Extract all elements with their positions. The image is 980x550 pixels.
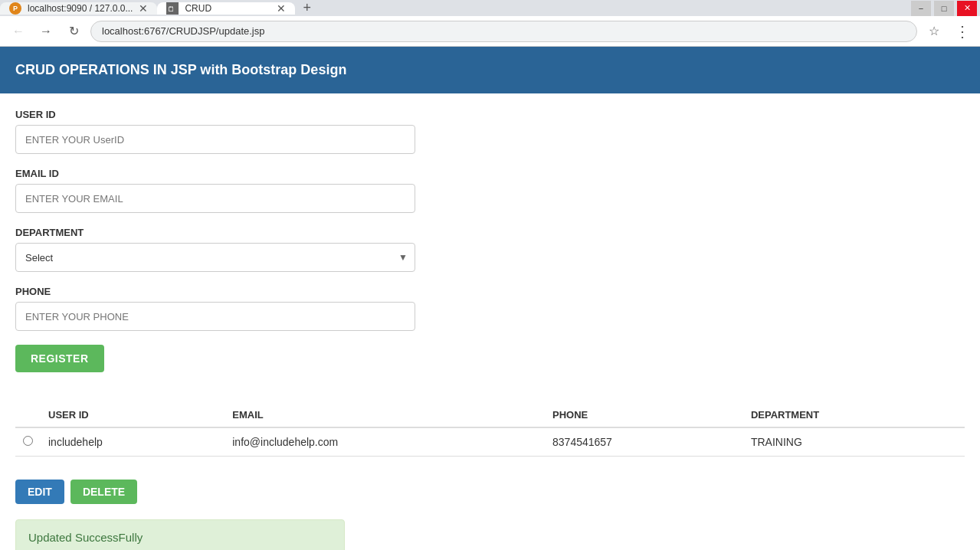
edit-button[interactable]: EDIT: [15, 480, 64, 504]
department-label: DEPARTMENT: [15, 227, 965, 238]
data-table: USER ID EMAIL PHONE DEPARTMENT includehe…: [15, 403, 965, 457]
address-bar: ← → ↻ ☆ ⋮: [0, 16, 980, 47]
page-header: CRUD OPERATIONS IN JSP with Bootstrap De…: [0, 47, 980, 93]
window-controls: − □ ✕: [911, 1, 980, 16]
header-title: CRUD OPERATIONS IN JSP with Bootstrap De…: [15, 62, 346, 77]
tab-pma-label: localhost:9090 / 127.0.0...: [28, 3, 133, 14]
action-buttons: EDIT DELETE: [0, 472, 980, 512]
email-group: EMAIL ID: [15, 168, 965, 213]
phone-input[interactable]: [15, 302, 415, 331]
success-message: Updated SuccessFully: [15, 519, 345, 550]
userid-group: USER ID: [15, 109, 965, 154]
svg-text:🗒: 🗒: [168, 5, 175, 13]
tab-crud-close[interactable]: ✕: [277, 3, 286, 14]
phone-col-header: PHONE: [545, 403, 743, 427]
department-group: DEPARTMENT Select TRAINING HR FINANCE IT…: [15, 227, 965, 272]
forward-button[interactable]: →: [35, 21, 57, 42]
close-button[interactable]: ✕: [957, 1, 977, 16]
tab-crud-label: CRUD: [185, 3, 270, 14]
row-phone: 8374541657: [545, 427, 743, 457]
phone-group: PHONE: [15, 286, 965, 331]
bookmark-icon[interactable]: ☆: [923, 21, 945, 42]
maximize-button[interactable]: □: [934, 1, 954, 16]
form-area: USER ID EMAIL ID DEPARTMENT Select TRAIN…: [0, 93, 980, 388]
new-tab-button[interactable]: +: [295, 0, 319, 16]
phone-label: PHONE: [15, 286, 965, 297]
table-row: includehelp info@includehelp.com 8374541…: [15, 427, 965, 457]
menu-icon[interactable]: ⋮: [951, 21, 972, 42]
row-department: TRAINING: [743, 427, 965, 457]
tab-pma-icon: P: [9, 2, 21, 15]
row-radio-cell: [15, 427, 41, 457]
email-input[interactable]: [15, 184, 415, 213]
email-col-header: EMAIL: [225, 403, 545, 427]
row-userid: includehelp: [41, 427, 225, 457]
success-text: Updated SuccessFully: [28, 531, 143, 544]
dept-col-header: DEPARTMENT: [743, 403, 965, 427]
department-select[interactable]: Select TRAINING HR FINANCE IT: [15, 243, 415, 272]
tab-bar: P localhost:9090 / 127.0.0... ✕ 🗒 CRUD ✕…: [0, 0, 980, 16]
userid-input[interactable]: [15, 125, 415, 154]
back-button[interactable]: ←: [8, 21, 29, 42]
minimize-button[interactable]: −: [911, 1, 931, 16]
row-email: info@includehelp.com: [225, 427, 545, 457]
reload-button[interactable]: ↻: [63, 21, 84, 42]
browser-window: P localhost:9090 / 127.0.0... ✕ 🗒 CRUD ✕…: [0, 0, 980, 550]
email-label: EMAIL ID: [15, 168, 965, 179]
table-area: USER ID EMAIL PHONE DEPARTMENT includehe…: [0, 388, 980, 472]
radio-col-header: [15, 403, 41, 427]
table-header-row: USER ID EMAIL PHONE DEPARTMENT: [15, 403, 965, 427]
userid-label: USER ID: [15, 109, 965, 120]
delete-button[interactable]: DELETE: [70, 480, 137, 504]
userid-col-header: USER ID: [41, 403, 225, 427]
tab-crud[interactable]: 🗒 CRUD ✕: [157, 2, 295, 15]
address-input[interactable]: [90, 21, 917, 42]
row-radio[interactable]: [23, 436, 33, 446]
tab-crud-icon: 🗒: [166, 2, 179, 15]
page-content: CRUD OPERATIONS IN JSP with Bootstrap De…: [0, 47, 980, 550]
register-button[interactable]: REGISTER: [15, 345, 104, 372]
tab-pma-close[interactable]: ✕: [139, 3, 148, 14]
department-select-wrapper: Select TRAINING HR FINANCE IT ▼: [15, 243, 415, 272]
tab-pma[interactable]: P localhost:9090 / 127.0.0... ✕: [0, 2, 157, 15]
